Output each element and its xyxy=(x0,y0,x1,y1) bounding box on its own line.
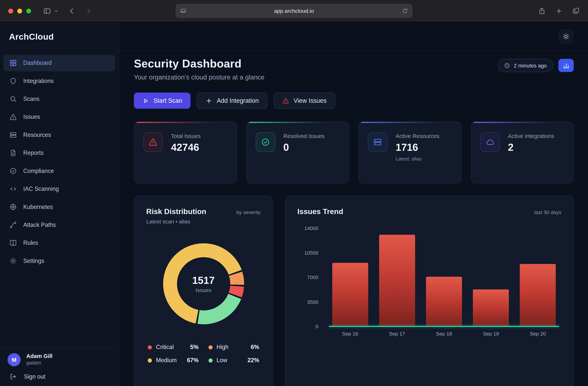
path-icon xyxy=(9,221,17,228)
user-name: Adam Gill xyxy=(26,353,53,360)
stat-value: 42746 xyxy=(171,142,201,153)
code-icon xyxy=(9,185,17,193)
close-button[interactable] xyxy=(8,8,13,13)
add-integration-label: Add Integration xyxy=(217,97,259,104)
share-button[interactable] xyxy=(538,7,546,15)
sidebar-item-label: Resources xyxy=(23,132,51,138)
sidebar-item-kubernetes[interactable]: Kubernetes xyxy=(3,199,115,215)
address-bar[interactable]: app.archcloud.io xyxy=(175,4,412,18)
stat-icon-box xyxy=(143,132,163,152)
x-tick-label: Sep 18 xyxy=(420,331,467,337)
stats-row: Total Issues42746Resolved Issues0Active … xyxy=(134,122,574,183)
sidebar-item-issues[interactable]: Issues xyxy=(3,109,115,125)
plus-icon xyxy=(206,97,212,104)
clock-icon xyxy=(504,62,510,68)
tab-overview-button[interactable] xyxy=(572,7,580,15)
browser-window: app.archcloud.io ArchCloud DashboardInte… xyxy=(0,0,588,386)
sidebar-item-integrations[interactable]: Integrations xyxy=(3,73,115,89)
minimize-button[interactable] xyxy=(17,8,22,13)
chart-view-button[interactable] xyxy=(558,59,574,72)
sidebar-item-settings[interactable]: Settings xyxy=(3,253,115,269)
sidebar-item-label: IAC Scanning xyxy=(23,186,59,192)
trend-bar-sep-17 xyxy=(379,235,415,326)
forward-button[interactable] xyxy=(85,7,92,14)
legend-percent: 6% xyxy=(251,344,259,350)
share-icon xyxy=(538,7,546,15)
legend-dot xyxy=(208,345,212,349)
sidebar-item-iac-scanning[interactable]: IAC Scanning xyxy=(3,181,115,197)
stat-icon-box xyxy=(255,132,275,152)
shield-icon xyxy=(9,77,17,85)
view-issues-button[interactable]: View Issues xyxy=(274,93,335,109)
stat-card-resolved-issues[interactable]: Resolved Issues0 xyxy=(246,122,349,183)
view-issues-label: View Issues xyxy=(294,97,327,104)
x-tick-label: Sep 19 xyxy=(467,331,514,337)
stat-card-active-resources[interactable]: Active Resources1716Latest: alias xyxy=(358,122,462,183)
donut-center: 1517 Issues xyxy=(177,257,230,310)
legend-item-high: High6% xyxy=(208,344,259,350)
stat-label: Active Resources xyxy=(396,132,440,140)
risk-legend: Critical5%High6%Medium67%Low22% xyxy=(146,344,261,364)
trend-card-title: Issues Trend xyxy=(297,207,343,216)
sidebar-item-compliance[interactable]: Compliance xyxy=(3,163,115,179)
sign-out-label: Sign out xyxy=(24,373,45,380)
cloud-icon xyxy=(485,138,494,147)
risk-card-tag: by severity xyxy=(236,209,261,215)
gear-icon xyxy=(9,257,17,264)
sidebar-item-dashboard[interactable]: Dashboard xyxy=(3,55,115,71)
plus-icon xyxy=(555,7,563,14)
trend-x-axis: Sep 16Sep 17Sep 18Sep 19Sep 20 xyxy=(327,331,561,337)
stat-card-total-issues[interactable]: Total Issues42746 xyxy=(134,122,237,183)
legend-percent: 22% xyxy=(248,357,259,364)
add-integration-button[interactable]: Add Integration xyxy=(197,93,268,109)
search-icon xyxy=(9,95,17,103)
book-icon xyxy=(9,239,17,247)
toolbar-chevron-button[interactable] xyxy=(54,9,59,13)
warning-icon xyxy=(282,97,289,104)
legend-dot xyxy=(208,358,212,362)
legend-label: Critical xyxy=(156,344,174,350)
stat-card-active-integrations[interactable]: Active Integrations2 xyxy=(471,122,574,183)
stat-icon-box xyxy=(368,132,387,152)
sidebar-item-attack-paths[interactable]: Attack Paths xyxy=(3,217,115,233)
stat-icon-box xyxy=(480,132,500,152)
y-tick-label: 0 xyxy=(315,324,318,329)
trend-bar-column xyxy=(467,228,514,326)
new-tab-button[interactable] xyxy=(555,7,563,14)
theme-toggle-button[interactable] xyxy=(559,29,573,43)
avatar: M xyxy=(7,353,21,366)
sidebar-item-scans[interactable]: Scans xyxy=(3,91,115,107)
zoom-button[interactable] xyxy=(26,8,31,13)
sidebar-item-label: Kubernetes xyxy=(23,203,53,210)
sidebar-item-label: Settings xyxy=(23,258,44,264)
trend-bar-column xyxy=(514,228,561,326)
sidebar-toggle-button[interactable] xyxy=(43,7,51,15)
start-scan-button[interactable]: Start Scan xyxy=(134,93,190,109)
back-button[interactable] xyxy=(68,7,75,14)
sidebar-item-label: Scans xyxy=(23,96,40,102)
sidebar-item-reports[interactable]: Reports xyxy=(3,145,115,161)
main-area: Security Dashboard Your organization’s c… xyxy=(119,22,588,386)
resolved-trend-line xyxy=(329,326,559,327)
sidebar-item-rules[interactable]: Rules xyxy=(3,235,115,251)
y-tick-label: 10500 xyxy=(304,250,318,256)
start-scan-label: Start Scan xyxy=(153,97,182,104)
y-tick-label: 14000 xyxy=(304,225,318,231)
last-updated-pill[interactable]: 2 minutes ago xyxy=(498,59,553,72)
donut-center-value: 1517 xyxy=(192,275,215,286)
sign-out-button[interactable]: Sign out xyxy=(7,373,111,380)
y-tick-label: 3500 xyxy=(307,299,318,305)
sidebar-item-resources[interactable]: Resources xyxy=(3,127,115,143)
server-icon xyxy=(373,138,382,147)
traffic-lights xyxy=(8,8,31,13)
y-tick-label: 7000 xyxy=(307,275,318,280)
trend-y-axis: 0350070001050014000 xyxy=(297,228,327,326)
issues-trend-card: Issues Trend last 30 days 03500700010500… xyxy=(285,196,574,386)
trend-bar-chart: 0350070001050014000 Sep 16Sep 17Sep 18Se… xyxy=(297,228,562,337)
trend-bar-sep-20 xyxy=(520,264,556,326)
main-topbar xyxy=(119,22,588,51)
sidebar-item-label: Compliance xyxy=(23,167,54,174)
back-arrow-icon xyxy=(68,7,75,14)
stat-value: 2 xyxy=(508,142,554,153)
forward-arrow-icon xyxy=(85,7,92,14)
